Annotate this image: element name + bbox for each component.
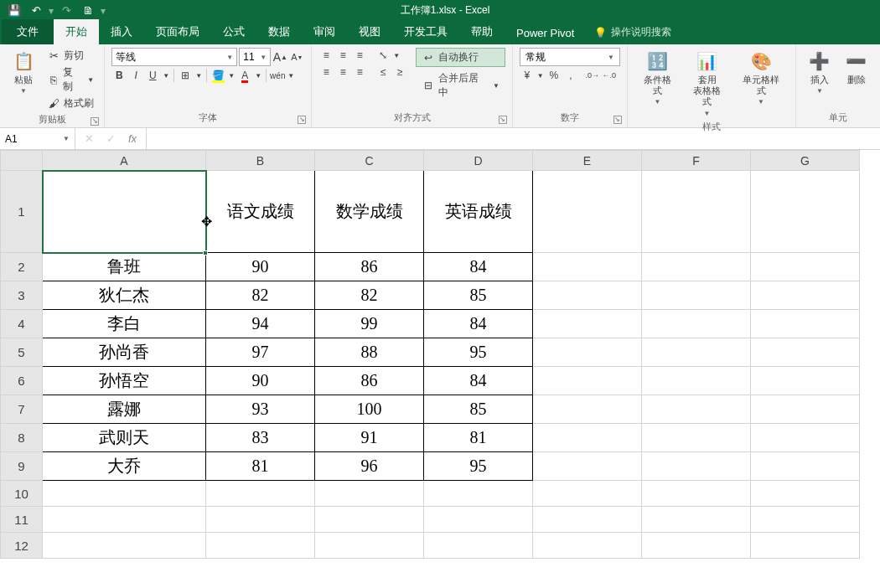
cell[interactable]: 91 <box>315 424 424 452</box>
cut-button[interactable]: ✂剪切 <box>44 48 97 64</box>
accounting-button[interactable]: ¥ <box>520 68 535 83</box>
increase-font-button[interactable]: A▲ <box>272 49 287 64</box>
cell[interactable]: 99 <box>315 310 424 338</box>
cell[interactable] <box>751 338 860 367</box>
redo-button[interactable]: ↷ <box>57 2 75 20</box>
cell[interactable]: 100 <box>315 395 424 424</box>
cell[interactable] <box>642 424 751 452</box>
cell[interactable]: 84 <box>424 253 533 281</box>
column-header[interactable]: G <box>751 151 860 171</box>
increase-decimal-button[interactable]: .0→ <box>585 68 600 83</box>
underline-dropdown[interactable]: ▼ <box>162 68 170 83</box>
undo-button[interactable]: ↶ <box>27 2 45 20</box>
accounting-dropdown[interactable]: ▼ <box>536 68 545 83</box>
cell[interactable]: 狄仁杰 <box>43 281 206 310</box>
tab-help[interactable]: 帮助 <box>459 19 505 44</box>
cell[interactable]: 英语成绩 <box>424 171 533 253</box>
cell[interactable] <box>533 507 642 533</box>
tab-dev[interactable]: 开发工具 <box>392 19 459 44</box>
cell[interactable]: 81 <box>424 424 533 452</box>
cell[interactable] <box>642 507 751 533</box>
cell[interactable] <box>751 310 860 338</box>
percent-button[interactable]: % <box>546 68 562 83</box>
tab-review[interactable]: 审阅 <box>302 19 347 44</box>
cell[interactable]: 94 <box>206 310 315 338</box>
dialog-launcher[interactable]: ↘ <box>91 117 99 126</box>
row-header[interactable]: 2 <box>1 253 43 281</box>
align-middle-button[interactable]: ≡ <box>335 48 350 63</box>
cell[interactable] <box>533 481 642 507</box>
tell-me-search[interactable]: 💡 操作说明搜索 <box>586 20 680 44</box>
enter-button[interactable]: ✓ <box>101 130 121 148</box>
cell[interactable] <box>533 424 642 452</box>
row-header[interactable]: 11 <box>1 507 43 533</box>
column-header[interactable]: A <box>43 151 206 171</box>
row-header[interactable]: 5 <box>1 338 43 367</box>
fill-color-button[interactable]: 🪣 <box>210 68 225 83</box>
column-header[interactable]: C <box>315 151 424 171</box>
cell[interactable] <box>533 310 642 338</box>
underline-button[interactable]: U <box>145 68 160 83</box>
paste-button[interactable]: 📋 粘贴 ▼ <box>7 48 40 96</box>
cell[interactable]: 85 <box>424 281 533 310</box>
row-header[interactable]: 10 <box>1 481 43 507</box>
cell[interactable]: 95 <box>424 338 533 367</box>
align-bottom-button[interactable]: ≡ <box>352 48 367 63</box>
cell[interactable]: 85 <box>424 395 533 424</box>
cell[interactable] <box>642 367 751 395</box>
decrease-decimal-button[interactable]: ←.0 <box>602 68 617 83</box>
row-header[interactable]: 9 <box>1 452 43 481</box>
merge-center-button[interactable]: ⊟合并后居中▼ <box>416 69 505 102</box>
cell[interactable]: 鲁班 <box>43 253 206 281</box>
save-button[interactable]: 💾 <box>5 2 23 20</box>
cell[interactable] <box>424 533 533 559</box>
comma-button[interactable]: , <box>563 68 578 83</box>
decrease-indent-button[interactable]: ≤ <box>375 64 391 80</box>
font-size-combo[interactable]: 11▼ <box>239 48 271 66</box>
italic-button[interactable]: I <box>128 68 143 83</box>
cell[interactable] <box>751 507 860 533</box>
number-format-combo[interactable]: 常规▼ <box>520 48 620 66</box>
insert-cells-button[interactable]: ➕ 插入 ▼ <box>803 48 836 96</box>
decrease-font-button[interactable]: A▼ <box>289 49 304 64</box>
dialog-launcher[interactable]: ↘ <box>298 116 306 124</box>
cell[interactable]: 90 <box>206 367 315 395</box>
wrap-text-button[interactable]: ↩自动换行 <box>416 48 505 67</box>
cell[interactable]: 97 <box>206 338 315 367</box>
cell[interactable]: 96 <box>315 452 424 481</box>
font-color-button[interactable]: A <box>237 68 252 83</box>
column-header[interactable]: D <box>424 151 533 171</box>
fill-color-dropdown[interactable]: ▼ <box>227 68 236 83</box>
cell[interactable] <box>642 253 751 281</box>
format-painter-button[interactable]: 🖌格式刷 <box>44 95 97 111</box>
tab-data[interactable]: 数据 <box>256 19 302 44</box>
column-header[interactable]: B <box>206 151 315 171</box>
fill-handle[interactable] <box>203 250 208 255</box>
delete-cells-button[interactable]: ➖ 删除 <box>840 48 873 87</box>
dialog-launcher[interactable]: ↘ <box>499 116 507 124</box>
cell[interactable] <box>43 507 206 533</box>
cell[interactable] <box>642 452 751 481</box>
font-color-dropdown[interactable]: ▼ <box>254 68 262 83</box>
cell[interactable] <box>424 507 533 533</box>
cell[interactable]: 83 <box>206 424 315 452</box>
cell[interactable] <box>424 481 533 507</box>
bold-button[interactable]: B <box>111 68 127 83</box>
cell[interactable] <box>751 253 860 281</box>
align-center-button[interactable]: ≡ <box>335 64 350 80</box>
cell[interactable] <box>751 424 860 452</box>
cell[interactable]: 93 <box>206 395 315 424</box>
cell[interactable]: 81 <box>206 452 315 481</box>
tab-home[interactable]: 开始 <box>54 19 99 44</box>
row-header[interactable]: 1 <box>1 171 43 253</box>
qat-dropdown[interactable]: ▾ <box>101 5 106 17</box>
cell[interactable] <box>642 281 751 310</box>
select-all-corner[interactable] <box>1 151 43 171</box>
tab-layout[interactable]: 页面布局 <box>144 19 211 44</box>
conditional-format-button[interactable]: 🔢 条件格式 ▼ <box>634 48 681 107</box>
orientation-dropdown[interactable]: ▼ <box>392 48 401 63</box>
cell[interactable] <box>751 281 860 310</box>
cell-style-button[interactable]: 🎨 单元格样式 ▼ <box>733 48 789 107</box>
border-dropdown[interactable]: ▼ <box>194 68 203 83</box>
cell[interactable]: 95 <box>424 452 533 481</box>
